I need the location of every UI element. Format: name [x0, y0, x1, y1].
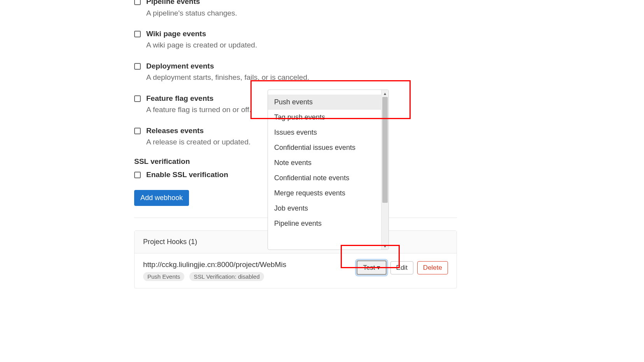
- scroll-down-arrow-icon[interactable]: ▼: [382, 243, 388, 250]
- trigger-desc: A wiki page is created or updated.: [146, 39, 457, 51]
- test-button[interactable]: Test▾: [357, 260, 386, 275]
- checkbox-wiki-page-events[interactable]: [134, 31, 141, 37]
- trigger-wiki-page-events: Wiki page events A wiki page is created …: [134, 28, 457, 51]
- dropdown-scrollbar[interactable]: ▲ ▼: [381, 90, 388, 250]
- hook-badges: Push Events SSL Verification: disabled: [143, 272, 357, 281]
- trigger-desc: A deployment starts, finishes, fails, or…: [146, 72, 457, 83]
- scroll-up-arrow-icon[interactable]: ▲: [382, 90, 388, 97]
- add-webhook-button[interactable]: Add webhook: [134, 190, 189, 206]
- chevron-down-icon: ▾: [377, 264, 380, 272]
- hook-row: http://cckg.liulingjie.cn:8000/project/W…: [135, 253, 457, 288]
- dropdown-item-note-events[interactable]: Note events: [268, 155, 381, 170]
- trigger-title: Pipeline events: [146, 0, 457, 7]
- scroll-thumb[interactable]: [382, 97, 388, 203]
- dropdown-item-tag-push-events[interactable]: Tag push events: [268, 110, 381, 125]
- test-dropdown-menu: Push events Tag push events Issues event…: [268, 90, 389, 250]
- checkbox-pipeline-events[interactable]: [134, 0, 141, 5]
- checkbox-feature-flag-events[interactable]: [134, 95, 141, 102]
- dropdown-item-issues-events[interactable]: Issues events: [268, 125, 381, 140]
- checkbox-enable-ssl[interactable]: [134, 172, 141, 178]
- dropdown-item-push-events[interactable]: Push events: [268, 95, 381, 110]
- trigger-title: Deployment events: [146, 61, 457, 72]
- dropdown-item-merge-requests-events[interactable]: Merge requests events: [268, 186, 381, 201]
- trigger-pipeline-events: Pipeline events A pipeline's status chan…: [134, 0, 457, 19]
- trigger-title: Wiki page events: [146, 28, 457, 40]
- badge-push-events: Push Events: [143, 272, 184, 281]
- checkbox-releases-events[interactable]: [134, 128, 141, 134]
- dropdown-item-confidential-note-events[interactable]: Confidential note events: [268, 170, 381, 186]
- hook-url: http://cckg.liulingjie.cn:8000/project/W…: [143, 260, 357, 269]
- trigger-deployment-events: Deployment events A deployment starts, f…: [134, 61, 457, 84]
- edit-button[interactable]: Edit: [390, 261, 413, 274]
- trigger-desc: A pipeline's status changes.: [146, 7, 457, 19]
- checkbox-deployment-events[interactable]: [134, 63, 141, 70]
- test-button-label: Test: [363, 264, 375, 272]
- ssl-checkbox-label: Enable SSL verification: [146, 170, 228, 179]
- dropdown-item-confidential-issues-events[interactable]: Confidential issues events: [268, 140, 381, 155]
- dropdown-item-job-events[interactable]: Job events: [268, 201, 381, 216]
- dropdown-item-pipeline-events[interactable]: Pipeline events: [268, 216, 381, 231]
- delete-button[interactable]: Delete: [417, 261, 448, 274]
- badge-ssl-disabled: SSL Verification: disabled: [189, 272, 264, 281]
